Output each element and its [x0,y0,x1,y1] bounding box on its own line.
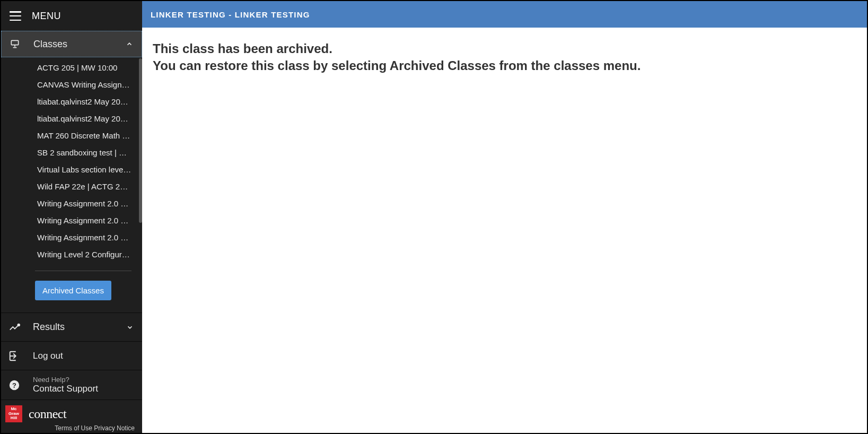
sidebar: MENU Classes ACTG 205 | MW 10:00 CANVAS … [1,1,142,433]
mcgraw-hill-logo: McGrawHill [5,405,22,422]
chevron-down-icon [126,324,134,331]
svg-point-1 [17,324,20,326]
breadcrumb: LINKER TESTING - LINKER TESTING [151,10,310,19]
class-item[interactable]: ltiabat.qalvinst2 May 2021... [1,93,142,110]
contact-support-label: Contact Support [33,384,98,394]
class-item[interactable]: Writing Assignment 2.0 B... [1,212,142,229]
class-item[interactable]: Writing Assignment 2.0 B... [1,195,142,212]
footer-links: Terms of Use Privacy Notice [1,424,142,433]
content: This class has been archived. You can re… [142,28,867,88]
class-item[interactable]: Virtual Labs section level ... [1,161,142,178]
class-item[interactable]: Writing Level 2 Configurat... [1,246,142,263]
class-item[interactable]: SB 2 sandboxing test | SB ... [1,144,142,161]
results-label: Results [33,322,113,333]
archived-message-line1: This class has been archived. [153,40,856,57]
class-item[interactable]: Wild FAP 22e | ACTG 205... [1,178,142,195]
class-item[interactable]: ltiabat.qalvinst2 May 2021... [1,110,142,127]
class-list: ACTG 205 | MW 10:00 CANVAS Writing Assig… [1,57,142,309]
help-icon: ? [8,379,20,391]
main: LINKER TESTING - LINKER TESTING This cla… [142,1,867,433]
sidebar-section-classes[interactable]: Classes [1,31,142,57]
sidebar-scrollbar[interactable] [139,58,142,223]
connect-logo: connect [29,407,66,421]
svg-text:?: ? [12,381,16,389]
results-icon [8,322,20,333]
brand-row: McGrawHill connect [1,400,142,424]
archived-message-line2: You can restore this class by selecting … [153,57,856,74]
svg-rect-0 [11,40,18,45]
classes-label: Classes [33,39,113,50]
class-list-divider [35,271,131,271]
class-item[interactable]: Writing Assignment 2.0 B... [1,229,142,246]
privacy-link[interactable]: Privacy Notice [94,424,135,432]
class-item[interactable]: MAT 260 Discrete Math | ... [1,127,142,144]
hamburger-icon[interactable] [10,11,21,21]
sidebar-section-results[interactable]: Results [1,313,142,341]
class-item[interactable]: CANVAS Writing Assignm... [1,76,142,93]
logout-button[interactable]: Log out [1,341,142,370]
help-prompt: Need Help? [33,376,98,384]
class-item[interactable]: ACTG 205 | MW 10:00 [1,59,142,76]
logout-icon [8,350,20,362]
logout-label: Log out [33,351,63,361]
menu-header: MENU [1,1,142,31]
menu-label: MENU [32,11,61,22]
topbar: LINKER TESTING - LINKER TESTING [142,1,867,28]
classes-icon [9,39,21,49]
contact-support-button[interactable]: ? Need Help? Contact Support [1,370,142,400]
chevron-up-icon [126,40,133,48]
archived-classes-button[interactable]: Archived Classes [35,281,111,300]
terms-link[interactable]: Terms of Use [55,424,92,432]
